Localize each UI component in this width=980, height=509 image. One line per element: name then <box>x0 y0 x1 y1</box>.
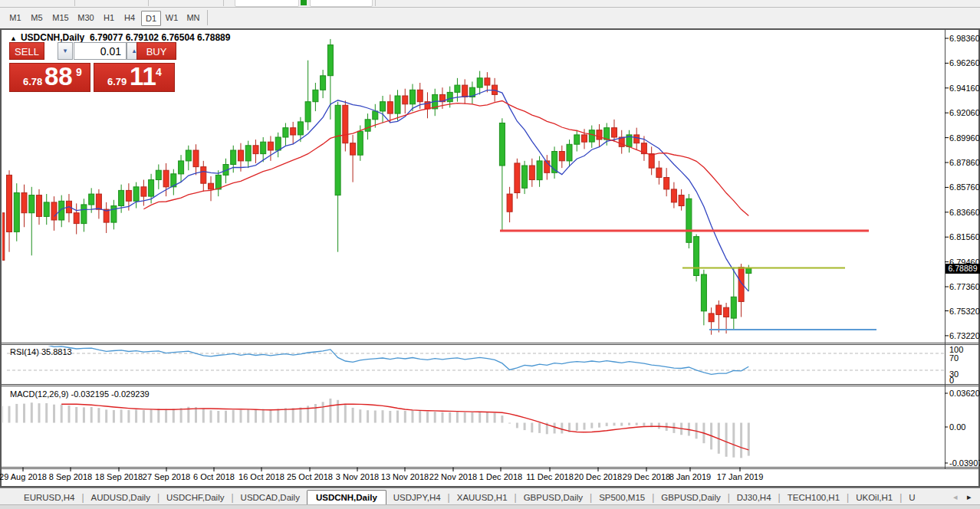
candle-body <box>126 190 131 201</box>
candle-body <box>417 90 423 101</box>
candle-body <box>133 187 139 201</box>
macd-histogram-bar <box>83 407 85 422</box>
macd-histogram-bar <box>113 410 115 423</box>
macd-histogram-bar <box>61 405 63 423</box>
volume-input[interactable] <box>74 42 127 60</box>
tab-gbpusd-daily[interactable]: GBPUSD,Daily <box>517 491 590 504</box>
macd-histogram-bar <box>494 413 496 423</box>
chart-symbol-header[interactable]: ▲USDCNH,Daily 6.79077 6.79102 6.76504 6.… <box>10 32 230 43</box>
macd-histogram-bar <box>269 409 271 423</box>
rsi-indicator-label: RSI(14) 35.8813 <box>10 347 72 356</box>
candle-body <box>671 189 676 202</box>
ma-fast-line <box>54 90 749 292</box>
price-tick-label: 6.92060 <box>949 108 980 117</box>
ask-big-digits: 11 <box>130 62 156 91</box>
date-tick-label: 17 Jan 2019 <box>717 472 764 481</box>
buy-button[interactable]: BUY <box>136 42 176 60</box>
tab-ukoil-h1[interactable]: UKOil,H1 <box>849 491 899 504</box>
macd-histogram-bar <box>389 411 391 423</box>
tab-tech100-h1[interactable]: TECH100,H1 <box>781 491 847 504</box>
macd-histogram-bar <box>143 410 145 423</box>
candle-body <box>522 166 528 188</box>
candle-body <box>649 154 654 169</box>
price-tick-label: 6.81560 <box>949 232 980 241</box>
symbol-label: USDCNH,Daily <box>21 32 84 43</box>
candle-body <box>149 180 154 197</box>
macd-histogram-bar <box>636 423 638 425</box>
date-tick-label: 11 Dec 2018 <box>526 472 574 481</box>
candle-body <box>141 187 146 196</box>
price-tick-label: 6.87860 <box>949 158 980 167</box>
tab-dj30-h4[interactable]: DJ30,H4 <box>730 491 778 504</box>
candle-body <box>746 268 751 273</box>
date-tick-label: 6 Oct 2018 <box>193 472 235 481</box>
ask-price-button[interactable]: 6.79 11 4 <box>94 63 175 92</box>
sell-button[interactable]: SELL <box>9 42 44 60</box>
candle-body <box>499 123 505 166</box>
tab-usdcad-daily[interactable]: USDCAD,Daily <box>234 491 307 504</box>
macd-histogram-bar <box>247 409 249 423</box>
tab-audusd-daily[interactable]: AUDUSD,Daily <box>84 491 157 504</box>
tab-scroll-left-icon[interactable]: ◂ <box>953 492 958 502</box>
tab-usdchf-daily[interactable]: USDCHF,Daily <box>159 491 231 504</box>
candle-body <box>403 96 408 104</box>
tab-scroll-right-icon[interactable]: ▸ <box>967 492 972 502</box>
date-tick-label: 1 Dec 2018 <box>479 472 522 481</box>
macd-histogram-bar <box>97 408 100 422</box>
candle-body <box>447 92 452 101</box>
candle-body <box>357 131 363 155</box>
candle-body <box>186 150 191 161</box>
macd-histogram-bar <box>90 407 93 423</box>
macd-histogram-bar <box>516 423 518 429</box>
tab-eurusd-h4[interactable]: EURUSD,H4 <box>17 491 81 504</box>
candle-body <box>582 135 587 142</box>
tab-sp500-m15[interactable]: SP500,M15 <box>592 491 652 504</box>
macd-histogram-bar <box>120 409 123 422</box>
macd-histogram-bar <box>68 406 71 423</box>
candle-body <box>283 128 288 137</box>
macd-histogram-bar <box>524 423 526 431</box>
tab-gbpusd-daily[interactable]: GBPUSD,Daily <box>654 491 727 504</box>
candle-body <box>365 120 370 131</box>
macd-histogram-bar <box>725 423 728 457</box>
tab-xauusd-h1[interactable]: XAUUSD,H1 <box>450 491 515 504</box>
candle-body <box>245 146 251 161</box>
candle-body <box>701 274 706 311</box>
candle-body <box>731 297 736 318</box>
macd-histogram-bar <box>464 412 466 423</box>
macd-histogram-bar <box>748 423 750 456</box>
candle-body <box>373 111 378 120</box>
quote-ohlc: 6.79077 6.79102 6.76504 6.78889 <box>90 32 231 43</box>
macd-histogram-bar <box>643 423 645 426</box>
candle-body <box>537 161 542 180</box>
candle-body <box>51 202 57 220</box>
candle-body <box>343 105 348 143</box>
price-tick-label: 6.96260 <box>949 58 980 67</box>
tab-usdjpy-h4[interactable]: USDJPY,H4 <box>386 491 448 504</box>
candle-body <box>612 128 617 137</box>
candle-body <box>21 193 27 213</box>
candle-body <box>193 150 199 167</box>
tab-usdcnh-daily[interactable]: USDCNH,Daily <box>307 490 386 505</box>
date-tick-label: 20 Dec 2018 <box>574 472 622 481</box>
macd-histogram-bar <box>367 410 369 422</box>
bid-price-button[interactable]: 6.78 88 9 <box>9 63 90 92</box>
candle-body <box>387 102 393 113</box>
macd-indicator-label: MACD(12,26,9) -0.032195 -0.029239 <box>10 389 150 399</box>
one-click-trade-panel: SELL ▾ ▴ BUY 6.78 88 9 6.79 11 4 <box>9 42 176 60</box>
price-tick-label: 6.89960 <box>949 133 980 143</box>
tab-u[interactable]: U <box>902 491 922 504</box>
ask-pip-digit: 4 <box>156 66 162 78</box>
candle-body <box>7 175 12 232</box>
macd-histogram-bar <box>299 408 301 423</box>
macd-histogram-bar <box>322 402 324 422</box>
volume-down-button[interactable]: ▾ <box>58 42 73 60</box>
collapse-arrow-icon[interactable]: ▲ <box>10 34 17 42</box>
candle-body <box>567 144 572 161</box>
macd-histogram-bar <box>127 410 130 423</box>
candle-body <box>656 168 662 177</box>
price-tick-label: 6.98360 <box>949 34 980 43</box>
candle-body <box>455 85 460 92</box>
price-tick-label: 6.75320 <box>949 307 980 316</box>
candle-body <box>96 194 101 209</box>
